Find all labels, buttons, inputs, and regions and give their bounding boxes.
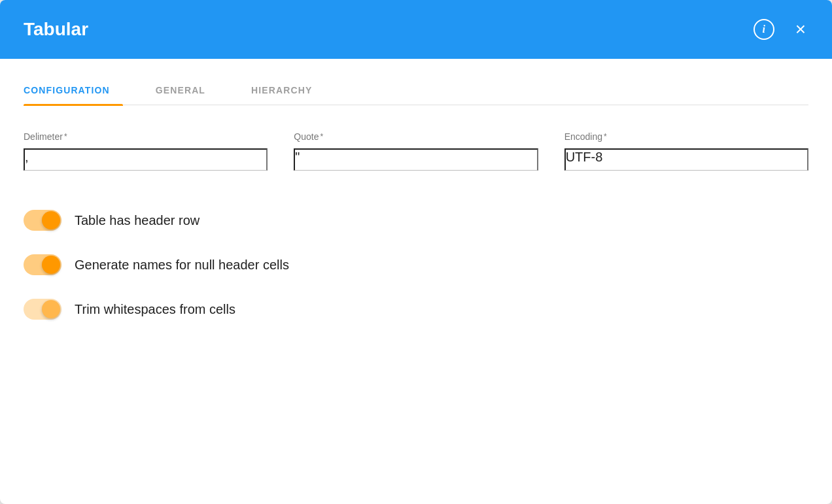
encoding-input[interactable] [564, 148, 808, 171]
tab-configuration[interactable]: CONFIGURATION [24, 85, 123, 105]
tab-hierarchy[interactable]: HIERARCHY [251, 85, 325, 105]
null-header-label: Generate names for null header cells [75, 258, 289, 273]
tab-general[interactable]: GENERAL [156, 85, 218, 105]
header-row-toggle[interactable] [24, 210, 61, 231]
app-window: Tabular i × CONFIGURATION GENERAL HIERAR… [0, 0, 832, 504]
app-title: Tabular [24, 19, 751, 40]
delimeter-input[interactable] [24, 148, 268, 171]
header: Tabular i × [0, 0, 832, 59]
quote-required: * [320, 132, 323, 141]
close-icon: × [795, 20, 806, 39]
null-header-toggle[interactable] [24, 254, 61, 275]
header-icons: i × [751, 16, 808, 42]
trim-toggle[interactable] [24, 299, 61, 320]
quote-label: Quote * [294, 131, 538, 142]
tab-bar: CONFIGURATION GENERAL HIERARCHY [24, 59, 808, 105]
close-button[interactable]: × [793, 18, 808, 41]
encoding-required: * [604, 132, 607, 141]
toggle-thumb [42, 256, 60, 274]
info-icon: i [754, 19, 774, 40]
toggle-row-null-header: Generate names for null header cells [24, 254, 808, 275]
trim-label: Trim whitespaces from cells [75, 302, 235, 317]
info-button[interactable]: i [751, 16, 777, 42]
quote-field: Quote * [294, 131, 564, 171]
toggle-row-trim: Trim whitespaces from cells [24, 299, 808, 320]
quote-input[interactable] [294, 148, 538, 171]
delimeter-required: * [64, 132, 67, 141]
toggle-row-header-row: Table has header row [24, 210, 808, 231]
toggles-section: Table has header row Generate names for … [24, 171, 808, 320]
toggle-thumb [42, 211, 60, 229]
toggle-thumb [42, 300, 60, 318]
delimeter-label: Delimeter * [24, 131, 268, 142]
form-fields: Delimeter * Quote * Encoding * [24, 105, 808, 171]
header-row-label: Table has header row [75, 213, 199, 228]
encoding-field: Encoding * [564, 131, 808, 171]
encoding-label: Encoding * [564, 131, 808, 142]
main-content: CONFIGURATION GENERAL HIERARCHY Delimete… [0, 59, 832, 504]
delimeter-field: Delimeter * [24, 131, 294, 171]
